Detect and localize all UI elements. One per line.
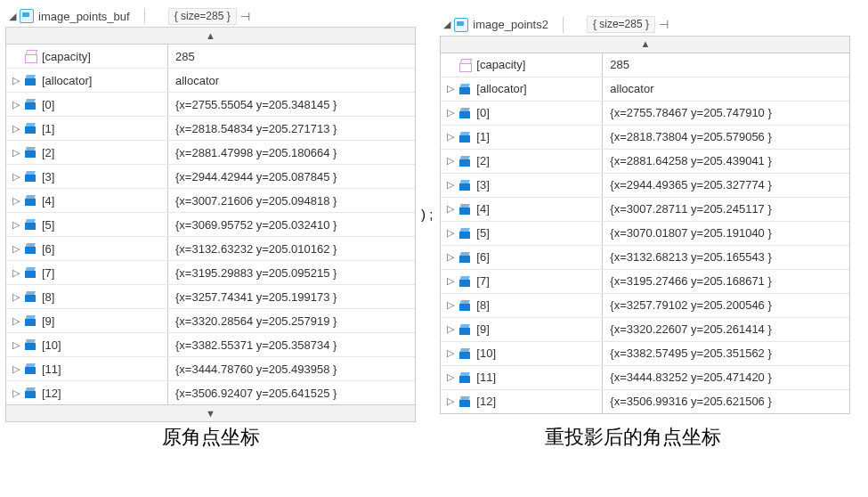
row-name: [3] [42,170,54,183]
row-name: [12] [476,395,496,408]
object-icon [24,338,38,352]
expand-icon[interactable]: ▷ [12,171,20,183]
expand-icon[interactable]: ▷ [12,267,20,279]
expand-icon[interactable]: ▷ [446,275,455,287]
container-icon [454,18,468,32]
pin-icon[interactable]: ⊣ [659,18,669,31]
row-name: [0] [476,106,489,119]
expand-icon[interactable]: ▷ [12,387,20,399]
table-row[interactable]: ▷[10]{x=3382.57495 y=205.351562 } [441,342,849,366]
table-row[interactable]: ▷[6]{x=3132.68213 y=205.165543 } [441,246,849,270]
object-icon [458,202,473,216]
row-name: [1] [476,130,489,143]
table-row[interactable]: ▷[8]{x=3257.74341 y=205.199173 } [6,285,415,309]
pin-icon[interactable]: ⊣ [240,10,250,23]
expand-icon[interactable]: ▷ [446,83,455,94]
table-row[interactable]: ▷[1]{x=2818.73804 y=205.579056 } [441,126,849,150]
row-name: [2] [42,146,54,159]
table-row[interactable]: ▷[10]{x=3382.55371 y=205.358734 } [6,333,415,357]
variable-name[interactable]: image_points2 [473,18,548,31]
row-value: {x=2818.54834 y=205.271713 } [168,117,415,140]
row-name: [10] [476,346,496,360]
table-row[interactable]: ▷[11]{x=3444.78760 y=205.493958 } [6,357,415,381]
panel-titlebar: ◢ image_points2 { size=285 } ⊣ [440,14,850,37]
expand-icon[interactable]: ▷ [446,107,455,118]
table-row[interactable]: ▷[capacity]285 [441,53,849,77]
row-value: {x=3320.22607 y=205.261414 } [603,318,849,341]
collapse-icon[interactable]: ◢ [443,19,450,30]
table-row[interactable]: ▷[9]{x=3320.22607 y=205.261414 } [441,318,849,342]
expand-icon[interactable]: ▷ [446,347,455,359]
expand-icon[interactable]: ▷ [446,155,455,167]
table-row[interactable]: ▷[6]{x=3132.63232 y=205.010162 } [6,237,415,261]
expand-icon[interactable]: ▷ [446,251,455,263]
table-row[interactable]: ▷[5]{x=3070.01807 y=205.191040 } [441,222,849,246]
table-row[interactable]: ▷[3]{x=2944.49365 y=205.327774 } [441,174,849,198]
table-row[interactable]: ▷[5]{x=3069.95752 y=205.032410 } [6,213,415,237]
row-name: [10] [42,338,61,352]
row-name: [8] [476,298,489,312]
table-row[interactable]: ▷[allocator]allocator [441,77,849,102]
table-row[interactable]: ▷[7]{x=3195.29883 y=205.095215 } [6,261,415,285]
expand-icon[interactable]: ▷ [12,195,20,207]
table-row[interactable]: ▷[0]{x=2755.78467 y=205.747910 } [441,102,849,126]
table-row[interactable]: ▷[8]{x=3257.79102 y=205.200546 } [441,294,849,318]
row-value: {x=3506.92407 y=205.641525 } [168,381,415,404]
expand-icon[interactable]: ▷ [446,131,455,143]
row-value: {x=3069.95752 y=205.032410 } [168,213,415,236]
table-row[interactable]: ▷[3]{x=2944.42944 y=205.087845 } [6,165,415,189]
expand-icon[interactable]: ▷ [446,323,455,335]
table-row[interactable]: ▷[4]{x=3007.21606 y=205.094818 } [6,189,415,213]
expand-icon[interactable]: ▷ [446,203,455,215]
object-icon [458,250,473,265]
row-name: [7] [42,266,54,280]
expand-icon[interactable]: ▷ [446,227,455,239]
table-row[interactable]: ▷[2]{x=2881.64258 y=205.439041 } [441,150,849,174]
object-icon [24,314,38,328]
row-name: [6] [42,242,54,256]
row-value: {x=2755.78467 y=205.747910 } [603,102,849,125]
expand-icon[interactable]: ▷ [12,339,20,351]
expand-icon[interactable]: ▷ [12,315,20,327]
table-row[interactable]: ▷[0]{x=2755.55054 y=205.348145 } [6,93,415,117]
table-row[interactable]: ▷[7]{x=3195.27466 y=205.168671 } [441,270,849,294]
expand-icon[interactable]: ▷ [12,291,20,303]
table-row[interactable]: ▷[12]{x=3506.99316 y=205.621506 } [441,390,849,413]
expand-icon[interactable]: ▷ [446,299,455,311]
row-value: {x=3257.74341 y=205.199173 } [168,285,415,308]
table-row[interactable]: ▷[9]{x=3320.28564 y=205.257919 } [6,309,415,333]
expand-icon[interactable]: ▷ [12,99,20,110]
expand-icon[interactable]: ▷ [12,123,20,134]
table-row[interactable]: ▷[1]{x=2818.54834 y=205.271713 } [6,117,415,141]
expand-icon[interactable]: ▷ [12,363,20,375]
row-value: allocator [603,77,849,101]
scroll-up-button[interactable]: ▲ [440,37,850,53]
object-icon [24,386,38,400]
table-row[interactable]: ▷[11]{x=3444.83252 y=205.471420 } [441,366,849,390]
object-icon [24,121,38,135]
expand-icon[interactable]: ▷ [446,179,455,191]
collapse-icon[interactable]: ◢ [9,11,16,22]
expand-icon[interactable]: ▷ [446,371,455,383]
row-name: [4] [476,202,489,216]
table-row[interactable]: ▷[2]{x=2881.47998 y=205.180664 } [6,141,415,165]
row-name: [7] [476,274,489,288]
struct-icon [458,58,473,72]
expand-icon[interactable]: ▷ [446,395,455,407]
row-value: {x=3444.78760 y=205.493958 } [168,357,415,380]
variable-name[interactable]: image_points_buf [38,10,130,23]
table-row[interactable]: ▷[capacity]285 [6,45,415,69]
expand-icon[interactable]: ▷ [12,219,20,231]
expand-icon[interactable]: ▷ [12,147,20,159]
table-row[interactable]: ▷[12]{x=3506.92407 y=205.641525 } [6,381,415,404]
object-icon [458,298,473,313]
expand-icon[interactable]: ▷ [12,243,20,255]
row-name: [0] [42,98,54,111]
expand-icon[interactable]: ▷ [12,75,20,86]
row-value: {x=2944.42944 y=205.087845 } [168,165,415,188]
scroll-up-button[interactable]: ▲ [5,28,416,45]
table-row[interactable]: ▷[allocator]allocator [6,69,415,93]
table-row[interactable]: ▷[4]{x=3007.28711 y=205.245117 } [441,198,849,222]
row-name: [allocator] [476,82,526,95]
scroll-down-button[interactable]: ▼ [5,405,416,422]
